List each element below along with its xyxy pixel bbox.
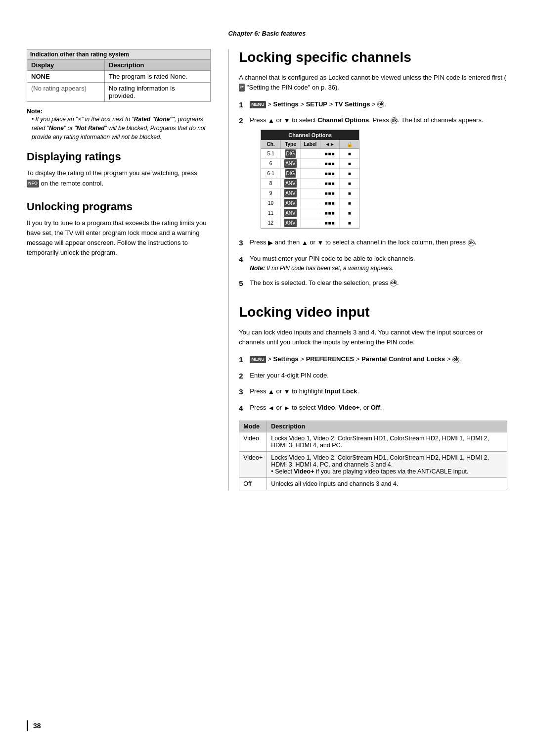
list-item: 8ANV■■■■ <box>261 179 359 189</box>
ok-icon: ok <box>377 101 384 108</box>
list-item: 5-1DIG■■■■ <box>261 149 359 159</box>
table-row: Video+ Locks Video 1, Video 2, ColorStre… <box>239 452 507 478</box>
lock-desc-off: Unlocks all video inputs and channels 3 … <box>267 478 507 490</box>
co-header: Channel Options <box>261 130 359 141</box>
page-border <box>27 720 28 731</box>
lock-mode-video: Video <box>239 432 267 452</box>
list-item: 6ANV■■■■ <box>261 159 359 169</box>
rating-none-display: NONE <box>27 71 105 83</box>
rating-col-display: Display <box>27 60 105 71</box>
note-section: Note: If you place an "×" in the box nex… <box>27 108 211 142</box>
ok-icon: ok <box>390 280 397 286</box>
rating-none-desc: The program is rated None. <box>105 71 211 83</box>
lock-desc-videoplus: Locks Video 1, Video 2, ColorStream HD1,… <box>267 452 507 478</box>
rating-no-rating-display: (No rating appears) <box>27 83 105 102</box>
step-2: 2 Press ▲ or ▼ to select Channel Options… <box>239 115 507 233</box>
step-1: 1 MENU > Settings > SETUP > TV Settings … <box>239 99 507 111</box>
note-title: Note: <box>27 108 43 115</box>
chapter-header: Chapter 6: Basic features <box>0 30 534 37</box>
step-3: 3 Press ▶ and then ▲ or ▼ to select a ch… <box>239 237 507 249</box>
lock-desc-video: Locks Video 1, Video 2, ColorStream HD1,… <box>267 432 507 452</box>
co-col-label: Label <box>301 140 320 148</box>
step-3: 3 Press ▲ or ▼ to highlight Input Lock. <box>239 386 507 398</box>
co-col-headers: Ch. Type Label ◄► 🔒 <box>261 140 359 149</box>
locking-video-steps: 1 MENU > Settings > PREFERENCES > Parent… <box>239 354 507 414</box>
left-column: Indication other than rating system Disp… <box>27 49 228 490</box>
locking-specific-section: Locking specific channels A channel that… <box>239 49 507 289</box>
lock-mode-off: Off <box>239 478 267 490</box>
unlocking-programs-heading: Unlocking programs <box>27 200 211 213</box>
note-item: If you place an "×" in the box next to "… <box>32 115 211 142</box>
step-5: 5 The box is selected. To clear the sele… <box>239 278 507 289</box>
table-row: Video Locks Video 1, Video 2, ColorStrea… <box>239 432 507 452</box>
chapter-header-text: Chapter 6: Basic features <box>228 30 306 37</box>
ok-icon: ok <box>468 239 475 246</box>
rating-no-rating-desc: No rating information isprovided. <box>105 83 211 102</box>
note-list: If you place an "×" in the box next to "… <box>27 115 211 142</box>
step4-note: Note: If no PIN code has been set, a war… <box>250 265 394 272</box>
list-item: 9ANV■■■■ <box>261 189 359 198</box>
list-item: 12ANV■■■■ <box>261 218 359 228</box>
ok-icon: ok <box>452 356 459 363</box>
lock-table: Mode Description Video Locks Video 1, Vi… <box>239 421 507 490</box>
right-column: Locking specific channels A channel that… <box>228 49 507 490</box>
locking-video-heading: Locking video input <box>239 304 507 321</box>
list-item: 6-1DIG■■■■ <box>261 169 359 179</box>
menu-icon: MENU <box>250 101 266 109</box>
page-number: 38 <box>27 720 41 731</box>
locking-specific-heading: Locking specific channels <box>239 49 507 66</box>
down-arrow: ▼ <box>284 117 290 124</box>
table-row: NONE The program is rated None. <box>27 71 211 83</box>
list-item: 10ANV■■■■ <box>261 198 359 208</box>
locking-specific-steps: 1 MENU > Settings > SETUP > TV Settings … <box>239 99 507 289</box>
ok-icon: ok <box>391 117 398 124</box>
step-4: 4 You must enter your PIN code to be abl… <box>239 254 507 273</box>
page-container: Chapter 6: Basic features Indication oth… <box>0 0 534 756</box>
co-col-arrow: ◄► <box>320 140 340 148</box>
locking-video-intro: You can lock video inputs and channels 3… <box>239 328 507 347</box>
displaying-ratings-body: To display the rating of the program you… <box>27 168 211 188</box>
nfo-icon: NFO <box>27 180 39 188</box>
step-1: 1 MENU > Settings > PREFERENCES > Parent… <box>239 354 507 366</box>
step-4: 4 Press ◄ or ► to select Video, Video+, … <box>239 403 507 414</box>
page-num-text: 38 <box>33 722 41 730</box>
co-col-type: Type <box>281 140 301 148</box>
rating-col-description: Description <box>105 60 211 71</box>
rating-table-caption: Indication other than rating system <box>27 49 211 59</box>
co-col-ch: Ch. <box>261 140 281 148</box>
displaying-ratings-heading: Displaying ratings <box>27 150 211 163</box>
step-2: 2 Enter your 4-digit PIN code. <box>239 371 507 382</box>
list-item: 11ANV■■■■ <box>261 208 359 218</box>
rating-table: Indication other than rating system Disp… <box>27 49 211 102</box>
lock-col-mode: Mode <box>239 421 267 432</box>
lock-mode-videoplus: Video+ <box>239 452 267 478</box>
ref-icon: ☞ <box>239 84 245 92</box>
menu-icon: MENU <box>250 356 266 364</box>
table-row: (No rating appears) No rating informatio… <box>27 83 211 102</box>
unlocking-programs-body: If you try to tune to a program that exc… <box>27 218 211 258</box>
locking-video-section: Locking video input You can lock video i… <box>239 304 507 490</box>
locking-specific-intro: A channel that is configured as Locked c… <box>239 73 507 93</box>
channel-options-table: Channel Options Ch. Type Label ◄► 🔒 5-1D… <box>261 130 359 229</box>
lock-col-desc: Description <box>267 421 507 432</box>
table-row: Off Unlocks all video inputs and channel… <box>239 478 507 490</box>
co-col-lock: 🔒 <box>340 140 359 148</box>
up-arrow: ▲ <box>268 117 274 124</box>
two-column-layout: Indication other than rating system Disp… <box>0 49 534 490</box>
